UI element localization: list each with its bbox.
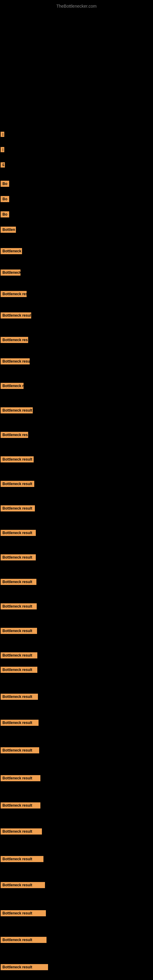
bottleneck-label-small-17: Bottleneck result	[1, 530, 36, 537]
bottleneck-label-small-6: Bottleneck	[1, 269, 21, 277]
bottleneck-result-label-5: Bottleneck result	[1, 910, 46, 918]
bottleneck-label-small-22: Bottleneck result	[1, 652, 37, 660]
bottleneck-result-label-4: Bottleneck result	[1, 882, 45, 889]
bottleneck-label-small-10: Bottleneck resul	[1, 358, 30, 366]
bottleneck-label-small-23: Bottleneck result	[1, 694, 38, 701]
bottleneck-label-small-8: Bottleneck result	[1, 312, 31, 320]
bottleneck-label-small-9: Bottleneck res	[1, 337, 28, 344]
bottleneck-label-small-24: Bottleneck result	[1, 720, 38, 727]
bottleneck-label-small-12: Bottleneck result	[1, 407, 33, 415]
bottleneck-label-small-1: Bo	[1, 181, 9, 188]
bottleneck-label-small-3: Bo	[1, 211, 9, 219]
tiny-label-2: |	[1, 147, 4, 153]
tiny-label-3: E	[1, 162, 5, 169]
bottleneck-label-small-21: Bottleneck result	[1, 628, 37, 635]
bottleneck-result-label-7: Bottleneck result	[1, 964, 48, 971]
bottleneck-label-small-27: Bottleneck result	[1, 829, 42, 836]
bottleneck-label-small-15: Bottleneck result	[1, 481, 34, 488]
bottleneck-label-small-18: Bottleneck result	[1, 554, 36, 562]
bottleneck-label-small-14: Bottleneck result	[1, 456, 33, 464]
bottleneck-label-small-11: Bottleneck r	[1, 383, 24, 390]
site-title: TheBottlenecker.com	[0, 1, 153, 11]
bottleneck-result-label-2: Bottleneck result	[1, 775, 40, 783]
bottleneck-label-small-5: Bottleneck r	[1, 248, 22, 255]
bottleneck-label-small-19: Bottleneck result	[1, 579, 37, 586]
bottleneck-result-label-3: Bottleneck result	[1, 856, 43, 863]
bottleneck-label-small-4: Bottlen	[1, 227, 16, 234]
bottleneck-label-small-25: Bottleneck result	[1, 747, 39, 755]
bottleneck-label-small-26: Bottleneck result	[1, 802, 40, 810]
bottleneck-label-small-16: Bottleneck result	[1, 505, 35, 513]
bottleneck-label-small-20: Bottleneck result	[1, 603, 37, 611]
tiny-label-1: |	[1, 132, 4, 138]
bottleneck-label-small-7: Bottleneck res	[1, 291, 27, 298]
bottleneck-label-small-13: Bottleneck res	[1, 432, 28, 439]
bottleneck-result-label-1: Bottleneck result	[1, 667, 37, 674]
bottleneck-label-small-2: Bo	[1, 196, 9, 204]
bottleneck-result-label-6: Bottleneck result	[1, 937, 46, 944]
